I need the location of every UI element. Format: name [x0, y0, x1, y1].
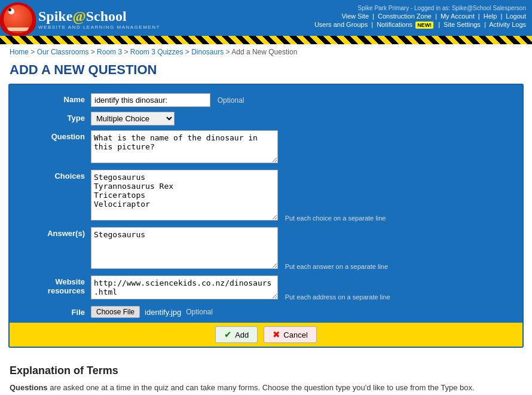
type-row: Type Multiple Choice True/False Short An…	[19, 112, 513, 125]
breadcrumb-sep3: >	[124, 48, 130, 56]
mascot-icon	[0, 2, 36, 36]
answers-row: Answer(s) Stegosaurus Put each answer on…	[19, 227, 513, 271]
form-container: Name Optional Type Multiple Choice True/…	[8, 84, 524, 348]
file-optional: Optional	[186, 308, 213, 316]
explanation-section: Explanation of Terms Questions are asked…	[0, 356, 532, 395]
type-field: Multiple Choice True/False Short Answer	[91, 112, 513, 125]
website-textarea[interactable]: http://www.sciencekids.co.nz/dinosaurs.h…	[91, 275, 278, 299]
nav-top-right: Spike Park Primary - Logged in as: Spike…	[314, 2, 526, 28]
breadcrumb-room3[interactable]: Room 3	[97, 48, 122, 56]
nav-notifications[interactable]: Notifications	[377, 21, 412, 28]
question-field: What is the name of the dinosaur in this…	[91, 130, 513, 165]
type-label: Type	[19, 112, 91, 123]
breadcrumb: Home > Our Classrooms > Room 3 > Room 3 …	[0, 44, 532, 60]
website-row: Website resources http://www.sciencekids…	[19, 275, 513, 301]
cancel-button[interactable]: ✖ Cancel	[264, 326, 316, 343]
explanation-intro-text: are asked one at a time in the quiz and …	[50, 383, 474, 392]
logo-subtitle: WEBSITE AND LEARNING MANAGEMENT	[38, 25, 160, 30]
nav-construction-zone[interactable]: Construction Zone	[378, 13, 432, 20]
question-row: Question What is the name of the dinosau…	[19, 130, 513, 165]
pipe5: |	[371, 21, 373, 28]
choices-label: Choices	[19, 170, 91, 180]
website-label: Website resources	[19, 275, 91, 295]
choices-hint: Put each choice on a separate line	[285, 213, 386, 222]
explanation-intro: Questions are asked one at a time in the…	[10, 382, 522, 394]
file-name-display: identify.jpg	[145, 308, 181, 317]
question-textarea[interactable]: What is the name of the dinosaur in this…	[91, 130, 278, 163]
add-button[interactable]: ✔ Add	[215, 326, 258, 343]
explanation-title: Explanation of Terms	[10, 365, 522, 377]
choices-field: Stegosaurus Tyrannosaurus Rex Triceratop…	[91, 170, 513, 222]
answers-label: Answer(s)	[19, 227, 91, 238]
nav-site-settings[interactable]: Site Settings	[444, 21, 481, 28]
breadcrumb-dinosaurs[interactable]: Dinosaurs	[191, 48, 224, 56]
nav-line3: Users and Groups | Notifications NEW! | …	[314, 21, 526, 28]
page-title: ADD A NEW QUESTION	[10, 62, 522, 78]
cancel-button-label: Cancel	[283, 330, 307, 339]
file-label: File	[19, 306, 91, 317]
choices-row: Choices Stegosaurus Tyrannosaurus Rex Tr…	[19, 170, 513, 222]
breadcrumb-sep1: >	[30, 48, 36, 56]
breadcrumb-sep5: >	[226, 48, 232, 56]
logo-at: @	[72, 8, 85, 24]
name-field: Optional	[91, 93, 513, 107]
question-label: Question	[19, 130, 91, 141]
website-field: http://www.sciencekids.co.nz/dinosaurs.h…	[91, 275, 513, 301]
name-label: Name	[19, 93, 91, 104]
logo-area: Spike@School WEBSITE AND LEARNING MANAGE…	[0, 2, 160, 36]
pipe2: |	[435, 13, 437, 20]
cancel-icon: ✖	[273, 329, 280, 340]
breadcrumb-current: Add a New Question	[231, 48, 297, 56]
add-button-label: Add	[235, 330, 249, 339]
pipe1: |	[372, 13, 374, 20]
nav-line1: Spike Park Primary - Logged in as: Spike…	[314, 5, 526, 11]
breadcrumb-classrooms[interactable]: Our Classrooms	[37, 48, 89, 56]
name-optional: Optional	[218, 94, 244, 105]
nav-activity-logs[interactable]: Activity Logs	[489, 21, 526, 28]
choose-file-button[interactable]: Choose File	[91, 306, 140, 318]
logo-spike: Spike	[38, 8, 72, 24]
header: Spike@School WEBSITE AND LEARNING MANAGE…	[0, 0, 532, 44]
nav-help[interactable]: Help	[484, 13, 497, 20]
page-title-area: ADD A NEW QUESTION	[0, 60, 532, 84]
add-icon: ✔	[224, 329, 232, 340]
file-field: Choose File identify.jpg Optional	[91, 306, 513, 318]
pipe4: |	[500, 13, 502, 20]
type-select[interactable]: Multiple Choice True/False Short Answer	[91, 112, 175, 125]
pipe7: |	[484, 21, 486, 28]
name-input[interactable]	[91, 93, 210, 107]
pipe3: |	[478, 13, 480, 20]
answers-field: Stegosaurus Put each answer on a separat…	[91, 227, 513, 271]
nav-line2: View Site | Construction Zone | My Accou…	[314, 13, 526, 20]
file-row-content: Choose File identify.jpg Optional	[91, 306, 513, 318]
questions-bold: Questions	[10, 383, 48, 392]
nav-logout[interactable]: Logout	[506, 13, 526, 20]
answers-textarea[interactable]: Stegosaurus	[91, 227, 278, 269]
pipe6: |	[438, 21, 440, 28]
nav-users-groups[interactable]: Users and Groups	[314, 21, 368, 28]
nav-view-site[interactable]: View Site	[341, 13, 369, 20]
name-row: Name Optional	[19, 93, 513, 107]
file-row: File Choose File identify.jpg Optional	[19, 306, 513, 318]
logged-in-text: Spike Park Primary - Logged in as: Spike…	[358, 5, 526, 11]
new-badge: NEW!	[415, 22, 433, 29]
website-hint: Put each address on a separate line	[285, 292, 390, 301]
breadcrumb-sep2: >	[91, 48, 97, 56]
choices-textarea[interactable]: Stegosaurus Tyrannosaurus Rex Triceratop…	[91, 170, 278, 221]
answers-hint: Put each answer on a separate line	[285, 262, 388, 270]
logo-text: Spike@School WEBSITE AND LEARNING MANAGE…	[38, 8, 160, 29]
header-top: Spike@School WEBSITE AND LEARNING MANAGE…	[0, 0, 532, 36]
logo-school: School	[86, 8, 127, 24]
breadcrumb-sep4: >	[185, 48, 191, 56]
breadcrumb-home[interactable]: Home	[10, 48, 29, 56]
hazard-stripe	[0, 36, 532, 44]
breadcrumb-quizzes[interactable]: Room 3 Quizzes	[130, 48, 184, 56]
nav-my-account[interactable]: My Account	[441, 13, 475, 20]
form-bottom-bar: ✔ Add ✖ Cancel	[10, 323, 522, 347]
